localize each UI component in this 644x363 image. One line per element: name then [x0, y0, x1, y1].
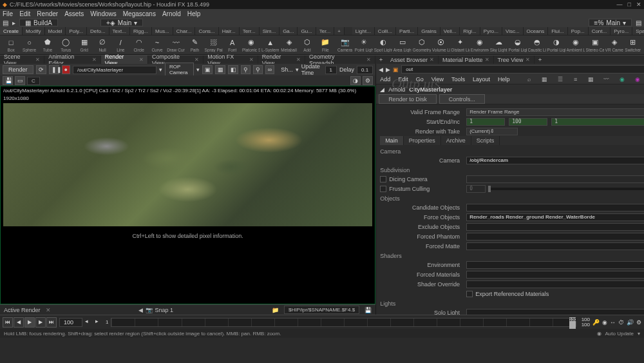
refresh-icon[interactable]: ⟳ — [36, 65, 46, 74]
pane-menu-icon[interactable]: ▤ — [3, 19, 8, 26]
desktop-selector[interactable]: ▦ BuildA — [19, 19, 58, 26]
net-menu-view[interactable]: View — [431, 76, 444, 83]
shelf-tool-sky-light[interactable]: ☁Sky Light — [490, 36, 507, 54]
next-frame-icon[interactable]: ▶ — [35, 317, 46, 328]
close-tab-icon[interactable]: ✕ — [430, 57, 434, 63]
rop-chooser-icon[interactable]: ▾ — [159, 66, 162, 73]
render-viewport[interactable]: /out/CityMasterlayer Arnold 6.2.1.0 [CPU… — [0, 86, 375, 304]
shelf-tool-portal-light[interactable]: ◒Portal Light — [509, 36, 527, 54]
shelf-tab[interactable]: Model — [45, 27, 66, 35]
shelf-tab[interactable]: Sim... — [260, 27, 279, 35]
pane-tab[interactable]: Motion FX View ✕ — [204, 55, 258, 64]
pane-tab[interactable]: Material Palette ✕ — [439, 55, 494, 64]
shelf-tool-grid[interactable]: ▦Grid — [75, 36, 92, 54]
net-menu-help[interactable]: Help — [498, 76, 510, 83]
frustum-slider[interactable] — [488, 188, 644, 190]
dicing-field[interactable] — [466, 175, 644, 183]
pane-tab[interactable]: Animation Editor ✕ — [44, 55, 101, 64]
shelf-tool-portal-light[interactable]: ◑Portal Light — [547, 36, 565, 54]
pane-tab[interactable]: Render View ✕ — [258, 55, 305, 64]
shelf-tab[interactable]: Terr... — [240, 27, 260, 35]
shelf-tool-font[interactable]: AFont — [224, 36, 241, 54]
shelf-tab[interactable]: Rigi... — [460, 27, 480, 35]
shelf-tab[interactable]: Ter... — [316, 27, 334, 35]
shelf-tool-platonic-solids[interactable]: ◉Platonic Solids — [242, 36, 260, 54]
shelf-tab[interactable]: + — [334, 27, 345, 35]
menu-edit[interactable]: Edit — [19, 10, 30, 17]
close-tab-icon[interactable]: ✕ — [92, 57, 97, 63]
shelf-tab[interactable]: Defo... — [87, 27, 109, 35]
render-button[interactable]: Render — [3, 65, 33, 74]
export-ref-checkbox[interactable] — [466, 291, 473, 297]
parm-tab-properties[interactable]: Properties — [404, 136, 441, 145]
shelf-tab[interactable]: Light... — [352, 27, 375, 35]
parm-tab-main[interactable]: Main — [380, 136, 404, 145]
shelf-tool-circle[interactable]: ◠Circle — [131, 36, 147, 54]
net-menu-tools[interactable]: Tools — [451, 76, 465, 83]
shelf-tool-spray-paint[interactable]: ⛆Spray Paint — [205, 36, 223, 54]
shelf-tab[interactable]: Vell... — [440, 27, 460, 35]
shelf-tool-geometry-light[interactable]: ⬡Geometry Light — [413, 36, 431, 54]
active-render-close-icon[interactable]: ✕ — [46, 307, 51, 313]
auto-update-label[interactable]: Auto Update — [605, 331, 634, 337]
shelf-tool-distant-light[interactable]: ✦Distant Light — [451, 36, 469, 54]
shelf-tool-spot-light[interactable]: ◐Spot Light — [374, 36, 392, 54]
region-icon[interactable]: ◧ — [228, 65, 238, 74]
menu-windows[interactable]: Windows — [90, 10, 117, 17]
shelf-tab[interactable]: Grains — [418, 27, 440, 35]
solo-light-field[interactable] — [466, 309, 644, 315]
save-icon[interactable]: 💾 — [3, 76, 13, 85]
shelf-tab[interactable]: Oceans — [524, 27, 549, 35]
shelf-tool-area-light[interactable]: ▭Area Light — [393, 36, 412, 54]
cand-obj-field[interactable] — [466, 204, 644, 211]
network-path-field[interactable]: out — [401, 65, 644, 74]
shelf-tool-tube[interactable]: ⬟Tube — [39, 36, 56, 54]
shelf-tool-metaball[interactable]: ◈Metaball — [280, 36, 297, 54]
start-field[interactable]: 1 — [466, 118, 505, 126]
cook-icon[interactable]: ◉ — [597, 331, 601, 337]
find-icon[interactable]: ⌕ — [526, 75, 533, 83]
dicing-checkbox[interactable] — [380, 176, 386, 182]
first-frame-icon[interactable]: ⏮ — [3, 317, 13, 328]
shelf-tool-line[interactable]: /Line — [112, 36, 129, 54]
prev-frame-icon[interactable]: ◀ — [14, 317, 24, 328]
shelf-tab[interactable]: Flui... — [548, 27, 568, 35]
share-dd-icon[interactable]: ▾ — [296, 66, 299, 73]
key-prev-icon[interactable]: ◂ — [85, 318, 93, 327]
shelf-tab[interactable]: Spa... — [632, 27, 644, 35]
force-obj-field[interactable]: Render_roads Render_ground Render_WaterB… — [466, 213, 644, 221]
close-tab-icon[interactable]: ✕ — [485, 57, 489, 63]
shelf-tool-camera[interactable]: 📷Camera — [336, 36, 353, 54]
playhead[interactable]: 100 — [569, 317, 576, 329]
pane-selector-main[interactable]: +◈ Main ▾ — [100, 19, 144, 26]
key-next-icon[interactable]: ▸ — [95, 318, 103, 327]
shelf-tab[interactable]: Visc... — [502, 27, 524, 35]
pane-tab[interactable]: Scene View ✕ — [0, 55, 44, 64]
pane-opts-icon[interactable]: ▤ — [636, 19, 641, 26]
controls-button[interactable]: Controls... — [439, 94, 485, 104]
close-tab-icon[interactable]: ✕ — [249, 57, 254, 63]
options-icon[interactable]: ∞ — [265, 65, 274, 74]
inc-field[interactable]: 1 — [551, 118, 644, 126]
snapshot-path-field[interactable]: $HIP/ipr/$SNAPNAME.$F4.$ — [284, 306, 359, 314]
end-field[interactable]: 100 — [509, 118, 547, 126]
shelf-tab[interactable]: Rigg... — [130, 27, 152, 35]
shelf-tab[interactable]: Parti... — [396, 27, 418, 35]
shelf-tool-torus[interactable]: ◯Torus — [57, 36, 74, 54]
shelf-tab[interactable]: Poly... — [66, 27, 87, 35]
render-to-disk-button[interactable]: Render to Disk — [379, 94, 437, 104]
camera-dd-icon[interactable]: ▾ — [196, 66, 200, 73]
shelf-tab[interactable]: Hair... — [219, 27, 240, 35]
menu-megascans[interactable]: Megascans — [123, 10, 156, 17]
shelf-tool-environment-light[interactable]: ◉Environment Light — [471, 36, 489, 54]
global-anim-icon[interactable]: ⚙ — [636, 319, 641, 326]
pane-tab[interactable]: Asset Browser ✕ — [386, 55, 439, 64]
bypass-icon[interactable]: ◉ — [634, 75, 641, 83]
pane-tab[interactable]: Tree View ✕ — [494, 55, 535, 64]
close-tab-icon[interactable]: ✕ — [296, 57, 301, 63]
add-tab-icon[interactable]: ＋ — [375, 55, 386, 64]
audio-icon[interactable]: 🔊 — [627, 319, 634, 326]
update-dd-icon[interactable]: ▾ — [638, 331, 640, 337]
forced-ph-field[interactable] — [466, 233, 644, 240]
shelf-tool-vr-camera[interactable]: ◈VR Camera — [605, 36, 623, 54]
